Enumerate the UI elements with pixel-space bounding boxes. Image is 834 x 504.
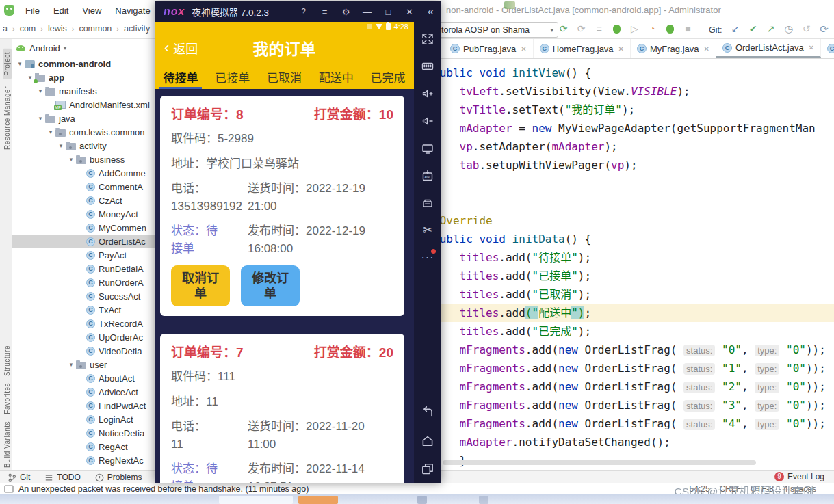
taskbar-item[interactable] [298, 496, 338, 504]
menu-edit[interactable]: Edit [48, 3, 74, 18]
tree-item-java[interactable]: ▾java [12, 111, 155, 125]
git-update-icon[interactable]: ↙ [729, 23, 741, 35]
expand-chevron-icon[interactable]: ▾ [36, 88, 45, 94]
tree-item-uporderac[interactable]: CUpOrderAc [12, 330, 155, 344]
editor-tab-ru[interactable]: CRu✕ [821, 39, 834, 58]
expand-chevron-icon[interactable]: ▾ [36, 115, 45, 122]
gradle-sync-icon[interactable]: ⟳ [818, 23, 830, 36]
fullscreen-icon[interactable] [420, 31, 435, 46]
event-log-button[interactable]: 9 Event Log [774, 472, 824, 481]
tree-item-app[interactable]: ▾app [12, 70, 155, 84]
tree-item-addcomme[interactable]: CAddComme [12, 166, 155, 180]
git-tool-button[interactable]: Git [0, 471, 37, 483]
install-apk-icon[interactable]: APK [420, 168, 435, 183]
taskbar-item[interactable] [417, 496, 427, 504]
screenshot-icon[interactable]: ✂ [420, 223, 435, 237]
expand-chevron-icon[interactable]: ▾ [15, 60, 25, 67]
problems-tool-button[interactable]: Problems [88, 471, 149, 483]
shake-icon[interactable] [420, 196, 435, 210]
order-tab-已完成[interactable]: 已完成 [369, 64, 407, 89]
tree-item-com.lewis.common[interactable]: ▾com.lewis.common [12, 125, 155, 139]
screen-icon[interactable] [420, 141, 435, 155]
expand-chevron-icon[interactable]: ▾ [66, 156, 76, 163]
breadcrumb-item[interactable]: com [20, 24, 36, 34]
nox-title-bar[interactable]: nox 夜神模拟器 7.0.2.3 ?≡⚙—□✕« [155, 1, 441, 22]
virtual-keyboard-icon[interactable] [420, 59, 435, 73]
volume-up-icon[interactable] [420, 86, 435, 101]
editor-tab-orderlistact-java[interactable]: COrderListAct.java✕ [716, 39, 821, 58]
order-tab-待接单[interactable]: 待接单 [161, 64, 199, 89]
tree-item-payact[interactable]: CPayAct [12, 248, 155, 262]
git-commit-icon[interactable]: ✔ [747, 23, 759, 35]
tree-item-aboutact[interactable]: CAboutAct [12, 371, 155, 385]
git-push-icon[interactable]: ↗ [765, 23, 777, 35]
breadcrumb-item[interactable]: common [79, 24, 112, 34]
history-icon[interactable]: ◷ [783, 23, 794, 35]
home-icon[interactable] [420, 433, 435, 447]
breadcrumb-item[interactable]: activity [124, 24, 150, 34]
project-view-selector[interactable]: Android ▾ [12, 39, 155, 57]
editor-tab-homefrag-java[interactable]: CHomeFrag.java✕ [534, 39, 631, 58]
tree-item-regnextac[interactable]: CRegNextAc [12, 453, 155, 467]
tree-item-sucessact[interactable]: CSucessAct [12, 289, 155, 303]
menu-view[interactable]: View [77, 3, 107, 18]
sync-and-run-icon[interactable]: ⟳ [558, 23, 569, 35]
tree-item-business[interactable]: ▾business [12, 152, 155, 166]
order-list[interactable]: 订单编号：8打赏金额：10取件码：5-2989地址：学校门口菜鸟驿站电话：送货时… [155, 89, 414, 483]
tree-item-orderlistac[interactable]: COrderListAc [12, 235, 155, 248]
device-selector[interactable]: torola AOSP on Shama ▾ [436, 22, 558, 38]
recents-icon[interactable] [420, 462, 435, 476]
code-area[interactable]: public void initView() { tvLeft.setVisib… [441, 64, 834, 470]
tree-item-commenta[interactable]: CCommentA [12, 180, 155, 194]
rerun-icon[interactable]: ⟳ [575, 23, 587, 35]
windows-taskbar[interactable] [0, 494, 834, 504]
editor-tab-myfrag-java[interactable]: CMyFrag.java✕ [631, 39, 716, 58]
breadcrumb-item[interactable]: lewis [48, 24, 67, 34]
tree-item-adviceact[interactable]: CAdviceAct [12, 385, 155, 399]
expand-chevron-icon[interactable]: ▾ [46, 129, 55, 135]
tree-item-activity[interactable]: ▾activity [12, 139, 155, 152]
stop-icon[interactable]: ■ [682, 23, 694, 35]
tool-window-button-build-variants[interactable]: Build Variants [3, 421, 11, 468]
tree-item-regact[interactable]: CRegAct [12, 440, 155, 453]
volume-down-icon[interactable] [420, 114, 435, 128]
help-icon[interactable]: ? [293, 7, 314, 16]
menu-file[interactable]: File [20, 3, 45, 18]
order-tab-配送中[interactable]: 配送中 [317, 64, 355, 89]
expand-chevron-icon[interactable]: ▾ [56, 142, 66, 149]
tree-item-txact[interactable]: CTxAct [12, 303, 155, 317]
order-tab-已接单[interactable]: 已接单 [213, 64, 251, 89]
taskbar-item[interactable] [479, 496, 488, 504]
todo-tool-button[interactable]: TODO [37, 471, 87, 483]
cancel-order-button[interactable]: 取消订单 [171, 265, 230, 306]
tree-item-mycommen[interactable]: CMyCommen [12, 221, 155, 235]
tree-item-androidmanifest.xml[interactable]: AndroidManifest.xml [12, 98, 155, 111]
expand-chevron-icon[interactable]: ▾ [66, 361, 76, 368]
back-icon[interactable] [420, 404, 435, 419]
collapse-sidebar-icon[interactable]: « [420, 5, 441, 18]
tree-item-runordera[interactable]: CRunOrderA [12, 276, 155, 289]
order-tab-已取消[interactable]: 已取消 [265, 64, 303, 89]
modify-order-button[interactable]: 修改订单 [241, 265, 300, 306]
tree-item-common-android[interactable]: ▾common-android [12, 57, 155, 70]
more-icon[interactable]: ··· [420, 250, 435, 265]
rollback-icon[interactable]: ↺ [800, 23, 812, 35]
horizontal-scrollbar[interactable] [443, 460, 756, 465]
tree-item-rundetiala[interactable]: CRunDetialA [12, 262, 155, 276]
menu-navigate[interactable]: Navigate [109, 3, 155, 18]
tool-window-button-structure[interactable]: Structure [3, 345, 11, 376]
tree-item-noticedetia[interactable]: CNoticeDetia [12, 426, 155, 440]
breadcrumb-item[interactable]: a [3, 24, 8, 34]
profiler-icon[interactable]: ◔ [647, 23, 658, 35]
minimize-icon[interactable]: — [356, 7, 378, 17]
tool-window-button-resource-manager[interactable]: Resource Manager [3, 86, 11, 150]
tree-item-czact[interactable]: CCzAct [12, 194, 155, 207]
tree-item-user[interactable]: ▾user [12, 358, 155, 371]
close-icon[interactable]: ✕ [618, 45, 624, 53]
maximize-icon[interactable]: □ [378, 7, 399, 17]
editor-tab-pubfrag-java[interactable]: CPubFrag.java✕ [444, 39, 534, 58]
close-icon[interactable]: ✕ [809, 44, 814, 51]
run-with-coverage-icon[interactable]: ▷ [629, 23, 640, 35]
close-icon[interactable]: ✕ [399, 7, 420, 17]
tool-window-button-favorites[interactable]: Favorites [3, 383, 11, 414]
